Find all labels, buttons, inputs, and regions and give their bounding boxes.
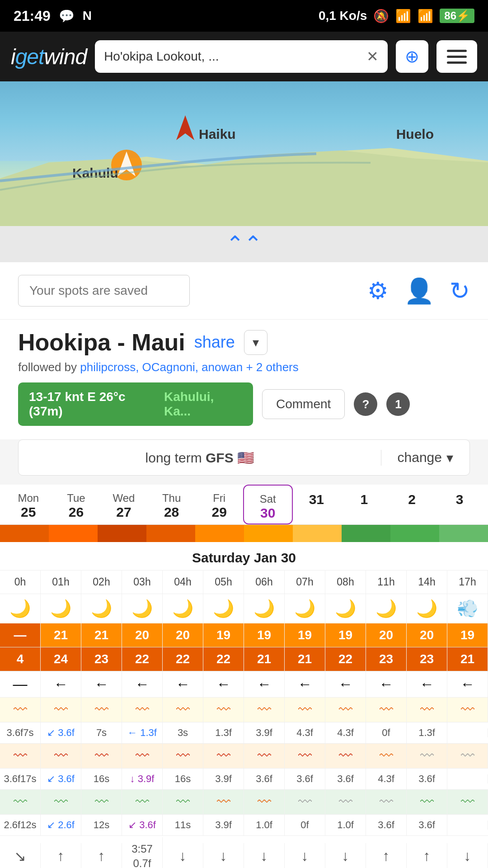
sw1-8: 〰 — [325, 698, 366, 722]
map-container[interactable]: Kahulu Haiku Huelo — [0, 81, 488, 226]
calendar-day-1[interactable]: 1 — [340, 485, 388, 524]
menu-line-2 — [447, 56, 467, 58]
collapse-handle[interactable]: ⌃⌃ — [0, 226, 488, 262]
cond-0: 🌙 — [0, 594, 41, 623]
dir-5: ← — [203, 671, 244, 697]
sl3-10: 3.6f — [407, 815, 447, 835]
dir-9: ← — [366, 671, 407, 697]
tide-8: ↓ — [325, 843, 366, 868]
dir-8: ← — [325, 671, 366, 697]
cond-11: 💨 — [447, 594, 488, 623]
sl3-2: 12s — [81, 815, 122, 835]
ws1-7: 19 — [285, 623, 325, 647]
hourly-weather-grid: 0h 01h 02h 03h 04h 05h 06h 07h 08h 11h 1… — [0, 571, 488, 868]
map-roads — [0, 81, 488, 226]
spot-dropdown-button[interactable]: ▾ — [244, 330, 267, 355]
wg-6: 21 — [244, 647, 285, 671]
sl2-8: 3.6f — [325, 769, 366, 789]
hour-h0: 0h — [0, 571, 41, 594]
network-icon: N — [83, 9, 92, 23]
sw3-3: 〰 — [122, 790, 163, 814]
tide-5: ↓ — [203, 843, 244, 868]
wg-8: 22 — [325, 647, 366, 671]
tide-2: ↑ — [81, 843, 122, 868]
spots-saved-input[interactable] — [18, 275, 190, 307]
calendar-day-3[interactable]: 3 — [436, 485, 483, 524]
sl2-10: 3.6f — [407, 769, 447, 789]
tide-7: ↓ — [285, 843, 325, 868]
help-badge[interactable]: ? — [354, 392, 377, 416]
profile-icon[interactable]: 👤 — [404, 277, 434, 305]
sl2-3: ↓ 3.9f — [122, 769, 163, 789]
battery-icon: 86⚡ — [440, 9, 474, 23]
sw2-9: 〰 — [366, 744, 407, 768]
sw3-9: 〰 — [366, 790, 407, 814]
sl3-7: 0f — [285, 815, 325, 835]
refresh-icon[interactable]: ↺ — [450, 277, 470, 305]
chevron-down-icon: ▾ — [446, 450, 453, 466]
calendar-day-31[interactable]: 31 — [293, 485, 341, 524]
settings-icon[interactable]: ⚙ — [367, 277, 389, 304]
hourly-scroll-container[interactable]: 0h 01h 02h 03h 04h 05h 06h 07h 08h 11h 1… — [0, 571, 488, 868]
hour-h01: 01h — [41, 571, 81, 594]
sl1-6: 3.9f — [244, 722, 285, 743]
share-link[interactable]: share — [194, 333, 235, 352]
calendar-day-fri[interactable]: Fri 29 — [195, 485, 243, 524]
swell1-wave-icons: 〰 〰 〰 〰 〰 〰 〰 〰 〰 〰 〰 〰 〰 〰 — [0, 698, 488, 722]
tide-row: ↘ ↑ ↑ 3:570.7f ↓ ↓ ↓ ↓ ↓ ↑ ↑ ↓ ↓ ↑ — [0, 836, 488, 868]
tide-1: ↑ — [41, 843, 81, 868]
wg-1: 24 — [41, 647, 81, 671]
model-change-button[interactable]: change ▾ — [381, 450, 469, 466]
tide-6: ↓ — [244, 843, 285, 868]
comment-button[interactable]: Comment — [262, 389, 345, 419]
crosshair-icon: ⊕ — [405, 47, 419, 66]
sl1-9: 0f — [366, 722, 407, 743]
sl2-11 — [447, 774, 488, 783]
notification-badge[interactable]: 1 — [386, 392, 410, 416]
location-button[interactable]: ⊕ — [396, 40, 428, 73]
ws1-10: 20 — [407, 623, 447, 647]
sl3-3: ↙ 3.6f — [122, 815, 163, 835]
tide-10: ↑ — [407, 843, 447, 868]
status-bar: 21:49 💬 N 0,1 Ko/s 🔕 📶 📶 86⚡ — [0, 0, 488, 32]
menu-line-3 — [447, 61, 467, 64]
ws1-0: — — [0, 623, 41, 647]
cond-2: 🌙 — [81, 594, 122, 623]
sw1-4: 〰 — [163, 698, 203, 722]
sl2-2: 16s — [81, 769, 122, 789]
search-bar[interactable]: Ho'okipa Lookout, ... ✕ — [95, 40, 388, 73]
calendar-day-mon[interactable]: Mon 25 — [5, 485, 52, 524]
sw2-4: 〰 — [163, 744, 203, 768]
app-header: igetwind Ho'okipa Lookout, ... ✕ ⊕ — [0, 32, 488, 81]
wg-3: 22 — [122, 647, 163, 671]
calendar-day-thu[interactable]: Thu 28 — [148, 485, 196, 524]
sl2-6: 3.6f — [244, 769, 285, 789]
swell1-labels-row: 3.6f7s ↙ 3.6f 7s ← 1.3f 3s 1.3f 3.9f 4.3… — [0, 722, 488, 744]
sl3-1: ↙ 2.6f — [41, 815, 81, 835]
hour-h05: 05h — [203, 571, 244, 594]
sw3-2: 〰 — [81, 790, 122, 814]
ws1-1: 21 — [41, 623, 81, 647]
cond-9: 🌙 — [366, 594, 407, 623]
sw2-10: 〰 — [407, 744, 447, 768]
sl1-3: ← 1.3f — [122, 722, 163, 743]
wind-badge-row: 13-17 knt E 26°c (37m) Kahului, Ka... Co… — [18, 382, 470, 426]
menu-button[interactable] — [436, 40, 477, 73]
sw1-11: 〰 — [447, 698, 488, 722]
sl3-5: 3.9f — [203, 815, 244, 835]
sl1-4: 3s — [163, 722, 203, 743]
tide-4: ↓ — [163, 843, 203, 868]
calendar-day-2[interactable]: 2 — [388, 485, 436, 524]
sl3-11 — [447, 821, 488, 830]
model-selector: long term GFS 🇺🇸 change ▾ — [18, 439, 470, 476]
wind-badge: 13-17 knt E 26°c (37m) Kahului, Ka... — [18, 382, 253, 426]
sw1-7: 〰 — [285, 698, 325, 722]
hour-h11: 11h — [366, 571, 407, 594]
calendar-day-wed[interactable]: Wed 27 — [100, 485, 148, 524]
calendar-day-tue[interactable]: Tue 26 — [52, 485, 100, 524]
sl2-1: ↙ 3.6f — [41, 769, 81, 789]
sw2-6: 〰 — [244, 744, 285, 768]
calendar-day-sat-selected[interactable]: Sat 30 — [243, 485, 293, 524]
swell2-labels-row: 3.6f17s ↙ 3.6f 16s ↓ 3.9f 16s 3.9f 3.6f … — [0, 769, 488, 790]
search-clear-button[interactable]: ✕ — [366, 48, 379, 65]
